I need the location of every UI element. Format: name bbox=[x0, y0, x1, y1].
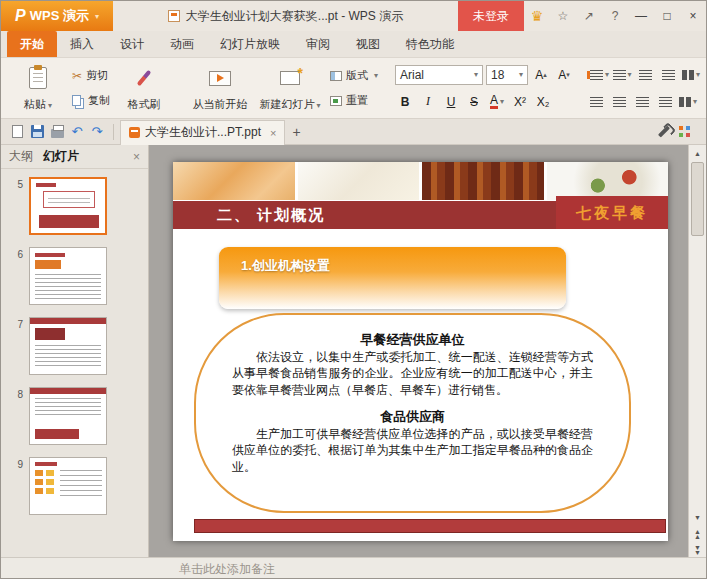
save-button[interactable] bbox=[27, 122, 47, 142]
titlebar: P WPS 演示 ▾ 大学生创业计划大赛获奖...pt - WPS 演示 未登录… bbox=[1, 1, 706, 31]
apps-button[interactable] bbox=[674, 122, 694, 142]
slide-thumbnail-row[interactable]: 6 bbox=[1, 247, 148, 305]
food-photo-3[interactable] bbox=[422, 162, 544, 200]
layout-button[interactable]: 版式▾ bbox=[327, 66, 381, 85]
tab-review[interactable]: 审阅 bbox=[293, 31, 343, 57]
maximize-icon[interactable]: □ bbox=[654, 1, 680, 31]
slide-canvas[interactable]: 二、 计划概况 七夜早餐 1.创业机构设置 早餐经营供应单位 依法设立，以集中生… bbox=[173, 162, 668, 541]
slide-thumbnail[interactable] bbox=[29, 387, 107, 445]
share-icon[interactable]: ↗ bbox=[576, 1, 602, 31]
justify-button[interactable] bbox=[655, 92, 675, 112]
underline-button[interactable]: U bbox=[441, 92, 461, 112]
slide-editor[interactable]: 二、 计划概况 七夜早餐 1.创业机构设置 早餐经营供应单位 依法设立，以集中生… bbox=[149, 145, 688, 557]
strikethrough-button[interactable]: S bbox=[464, 92, 484, 112]
chevron-down-icon: ▾ bbox=[693, 97, 697, 106]
bullet-list-button[interactable]: ▾ bbox=[586, 65, 609, 85]
tab-view[interactable]: 视图 bbox=[343, 31, 393, 57]
bottom-red-bar[interactable] bbox=[194, 519, 666, 533]
tab-slides-pane[interactable]: 幻灯片 bbox=[43, 148, 79, 165]
tools-button[interactable] bbox=[654, 122, 674, 142]
reset-button[interactable]: 重置 bbox=[327, 91, 381, 110]
notes-placeholder[interactable]: 单击此处添加备注 bbox=[1, 557, 706, 579]
previous-slide-button[interactable]: ▲▲ bbox=[689, 525, 706, 541]
ppt-file-icon bbox=[129, 127, 140, 138]
redo-button[interactable]: ↷ bbox=[87, 122, 107, 142]
paste-button[interactable]: 粘贴▾ bbox=[9, 61, 67, 115]
layout-label: 版式 bbox=[346, 68, 368, 83]
tab-home[interactable]: 开始 bbox=[7, 31, 57, 57]
numbered-list-button[interactable]: ▾ bbox=[612, 65, 632, 85]
copy-button[interactable]: 复制 bbox=[69, 91, 113, 110]
app-menu-button[interactable]: P WPS 演示 ▾ bbox=[1, 1, 113, 31]
undo-button[interactable]: ↶ bbox=[67, 122, 87, 142]
food-photo-2[interactable] bbox=[298, 162, 420, 200]
slide-thumbnail[interactable] bbox=[29, 317, 107, 375]
superscript-button[interactable]: X² bbox=[510, 92, 530, 112]
member-crown-icon[interactable]: ♛ bbox=[524, 1, 550, 31]
new-tab-button[interactable]: + bbox=[285, 121, 307, 143]
wrench-icon bbox=[658, 125, 670, 137]
slide-thumbnail[interactable] bbox=[29, 177, 107, 235]
line-spacing-button[interactable]: ▾ bbox=[681, 65, 701, 85]
bold-button[interactable]: B bbox=[395, 92, 415, 112]
tab-special-features[interactable]: 特色功能 bbox=[393, 31, 467, 57]
close-tab-icon[interactable]: × bbox=[270, 127, 276, 139]
print-button[interactable] bbox=[47, 122, 67, 142]
format-painter-button[interactable]: 格式刷 bbox=[115, 61, 173, 115]
increase-font-button[interactable]: A▴ bbox=[531, 65, 551, 85]
tab-slideshow[interactable]: 幻灯片放映 bbox=[207, 31, 293, 57]
decrease-indent-button[interactable] bbox=[635, 65, 655, 85]
align-center-button[interactable] bbox=[609, 92, 629, 112]
new-file-button[interactable] bbox=[7, 122, 27, 142]
tab-design[interactable]: 设计 bbox=[107, 31, 157, 57]
italic-button[interactable]: I bbox=[418, 92, 438, 112]
columns-button[interactable]: ▾ bbox=[678, 92, 698, 112]
cut-button[interactable]: ✂剪切 bbox=[69, 66, 113, 85]
align-left-button[interactable] bbox=[586, 92, 606, 112]
bullet-list-icon bbox=[590, 70, 603, 80]
new-slide-label: 新建幻灯片 bbox=[259, 98, 314, 110]
tab-animation[interactable]: 动画 bbox=[157, 31, 207, 57]
play-from-current-button[interactable]: 从当前开始 bbox=[185, 61, 255, 115]
login-button[interactable]: 未登录 bbox=[458, 1, 524, 31]
slide-title[interactable]: 二、 计划概况 bbox=[173, 201, 564, 229]
brand-label[interactable]: 七夜早餐 bbox=[556, 196, 668, 229]
section-banner[interactable]: 1.创业机构设置 bbox=[219, 247, 566, 309]
scroll-up-icon[interactable]: ▲ bbox=[689, 145, 706, 161]
next-slide-button[interactable]: ▼▼ bbox=[689, 541, 706, 557]
slide-thumbnail[interactable] bbox=[29, 247, 107, 305]
vertical-scrollbar[interactable]: ▲ ▼ ▲▲ ▼▼ bbox=[688, 145, 706, 557]
new-slide-button[interactable]: 新建幻灯片▾ bbox=[255, 61, 325, 115]
paste-icon bbox=[29, 67, 47, 89]
slide-thumbnail-row[interactable]: 8 bbox=[1, 387, 148, 445]
decrease-font-button[interactable]: A▾ bbox=[554, 65, 574, 85]
slide-thumbnail-row[interactable]: 5 bbox=[1, 177, 148, 235]
slide-thumbnail[interactable] bbox=[29, 457, 107, 515]
paste-label: 粘贴 bbox=[24, 98, 46, 110]
document-tab-title: 大学生创业计...PT.ppt bbox=[145, 124, 261, 141]
minimize-icon[interactable]: — bbox=[628, 1, 654, 31]
slide-thumbnail-row[interactable]: 9 bbox=[1, 457, 148, 515]
close-panel-icon[interactable]: × bbox=[133, 150, 140, 164]
star-icon[interactable]: ☆ bbox=[550, 1, 576, 31]
subscript-button[interactable]: X₂ bbox=[533, 92, 553, 112]
font-color-button[interactable]: A▾ bbox=[487, 92, 507, 112]
document-tab[interactable]: 大学生创业计...PT.ppt × bbox=[120, 120, 285, 145]
font-size-select[interactable]: 18▾ bbox=[486, 65, 528, 85]
help-icon[interactable]: ? bbox=[602, 1, 628, 31]
body-text-shape[interactable]: 早餐经营供应单位 依法设立，以集中生产或委托加工、统一配送、连锁经营等方式从事早… bbox=[194, 313, 631, 513]
decrease-indent-icon bbox=[639, 70, 652, 80]
font-family-select[interactable]: Arial▾ bbox=[395, 65, 483, 85]
scroll-down-icon[interactable]: ▼ bbox=[689, 509, 706, 525]
scrollbar-track[interactable] bbox=[689, 237, 706, 509]
play-from-current-label: 从当前开始 bbox=[193, 97, 248, 112]
close-icon[interactable]: × bbox=[680, 1, 706, 31]
tab-outline-pane[interactable]: 大纲 bbox=[9, 148, 33, 165]
food-photo-1[interactable] bbox=[173, 162, 295, 200]
slide-thumbnail-row[interactable]: 7 bbox=[1, 317, 148, 375]
increase-indent-button[interactable] bbox=[658, 65, 678, 85]
align-right-button[interactable] bbox=[632, 92, 652, 112]
food-photo-4[interactable] bbox=[547, 162, 669, 200]
scrollbar-thumb[interactable] bbox=[691, 162, 704, 236]
tab-insert[interactable]: 插入 bbox=[57, 31, 107, 57]
